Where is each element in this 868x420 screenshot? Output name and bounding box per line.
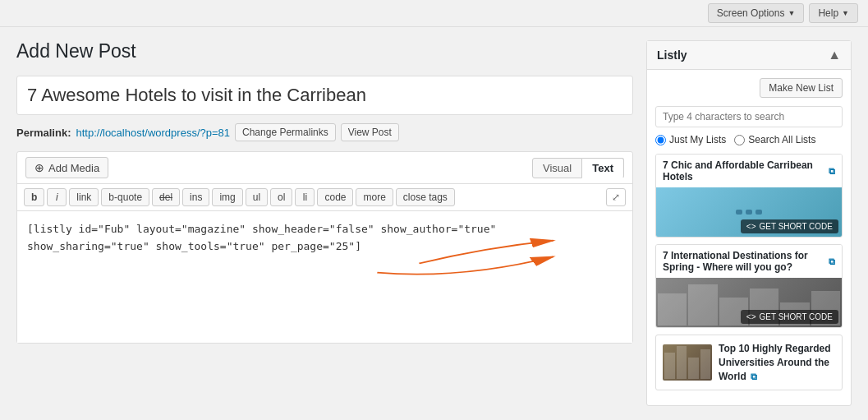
sidebar-panel-header: Listly ▲	[647, 41, 851, 70]
shortcode-icon-2: <>	[746, 312, 756, 321]
link-button[interactable]: link	[69, 188, 99, 206]
sidebar-collapse-button[interactable]: ▲	[828, 48, 841, 62]
close-tags-button[interactable]: close tags	[396, 188, 455, 206]
list-card-3: Top 10 Highly Regarded Universities Arou…	[655, 335, 843, 390]
screen-options-chevron-icon: ▼	[788, 9, 795, 17]
help-label: Help	[818, 7, 838, 19]
code-button[interactable]: code	[317, 188, 353, 206]
radio-group: Just My Lists Search All Lists	[655, 134, 843, 145]
view-post-button[interactable]: View Post	[341, 123, 399, 141]
tab-visual[interactable]: Visual	[532, 158, 582, 178]
editor-wrapper: ⊕ Add Media Visual Text b i link b-quote…	[16, 151, 633, 344]
get-shortcode-button-2[interactable]: <> GET SHORT CODE	[741, 310, 838, 324]
list-card-3-thumb	[663, 344, 712, 381]
post-title-input[interactable]	[27, 85, 622, 106]
get-shortcode-button-1[interactable]: <> GET SHORT CODE	[741, 219, 838, 233]
external-link-icon-2[interactable]: ⧉	[829, 256, 835, 267]
permalink-bar: Permalink: http://localhost/wordpress/?p…	[16, 123, 633, 141]
italic-button[interactable]: i	[47, 188, 67, 206]
shortcode-icon-1: <>	[746, 222, 756, 231]
more-button[interactable]: more	[356, 188, 393, 206]
visual-text-tabs: Visual Text	[532, 158, 624, 178]
external-link-icon-3[interactable]: ⧉	[751, 372, 757, 381]
bquote-button[interactable]: b-quote	[101, 188, 149, 206]
top-bar: Screen Options ▼ Help ▼	[0, 0, 868, 27]
post-title-box	[16, 76, 633, 115]
page-title: Add New Post	[16, 40, 633, 62]
help-button[interactable]: Help ▼	[809, 3, 858, 23]
change-permalinks-button[interactable]: Change Permalinks	[235, 123, 336, 141]
code-area[interactable]: [listly id="Fub" layout="magazine" show_…	[17, 211, 632, 343]
list-card-2-title: 7 International Destinations for Spring …	[663, 250, 825, 273]
map-decoration	[736, 210, 762, 215]
make-new-list-container: Make New List	[655, 78, 843, 98]
list-card-2-img: <> GET SHORT CODE	[656, 278, 842, 327]
list-card-1: 7 Chic and Affordable Carribean Hotels ⧉…	[655, 154, 843, 238]
tab-text[interactable]: Text	[582, 158, 624, 178]
list-card-1-img: <> GET SHORT CODE	[656, 187, 842, 237]
bold-button[interactable]: b	[24, 188, 44, 206]
permalink-label: Permalink:	[16, 127, 71, 139]
ul-button[interactable]: ul	[246, 188, 268, 206]
search-input[interactable]	[655, 106, 843, 127]
list-card-2: 7 International Destinations for Spring …	[655, 244, 843, 328]
main-area: Add New Post Permalink: http://localhost…	[16, 40, 633, 406]
screen-options-button[interactable]: Screen Options ▼	[708, 3, 805, 23]
help-chevron-icon: ▼	[842, 9, 849, 17]
list-card-3-text: Top 10 Highly Regarded Universities Arou…	[719, 342, 835, 383]
radio-my-lists[interactable]: Just My Lists	[655, 134, 726, 145]
img-button[interactable]: img	[212, 188, 242, 206]
sidebar-panel-title: Listly	[657, 48, 687, 62]
permalink-url: http://localhost/wordpress/?p=81	[76, 127, 230, 139]
list-card-1-header: 7 Chic and Affordable Carribean Hotels ⧉	[656, 155, 842, 187]
expand-button[interactable]: ⤢	[606, 188, 626, 206]
format-toolbar: b i link b-quote del ins img ul ol li co…	[17, 184, 632, 211]
editor-top-bar: ⊕ Add Media Visual Text	[17, 152, 632, 184]
radio-all-lists[interactable]: Search All Lists	[734, 134, 815, 145]
ins-button[interactable]: ins	[182, 188, 209, 206]
sidebar: Listly ▲ Make New List Just My Lists Sea…	[646, 40, 852, 406]
list-card-1-title: 7 Chic and Affordable Carribean Hotels	[663, 159, 825, 182]
make-new-list-button[interactable]: Make New List	[760, 78, 843, 98]
sidebar-panel: Listly ▲ Make New List Just My Lists Sea…	[646, 40, 852, 406]
ol-button[interactable]: ol	[270, 188, 292, 206]
add-media-button[interactable]: ⊕ Add Media	[25, 157, 108, 178]
li-button[interactable]: li	[295, 188, 315, 206]
sidebar-body: Make New List Just My Lists Search All L…	[647, 70, 851, 405]
del-button[interactable]: del	[152, 188, 180, 206]
list-card-2-header: 7 International Destinations for Spring …	[656, 245, 842, 278]
editor-box: ⊕ Add Media Visual Text b i link b-quote…	[16, 151, 633, 344]
add-media-icon: ⊕	[34, 161, 44, 174]
add-media-label: Add Media	[48, 162, 99, 174]
screen-options-label: Screen Options	[717, 7, 785, 19]
external-link-icon-1[interactable]: ⧉	[829, 166, 835, 177]
